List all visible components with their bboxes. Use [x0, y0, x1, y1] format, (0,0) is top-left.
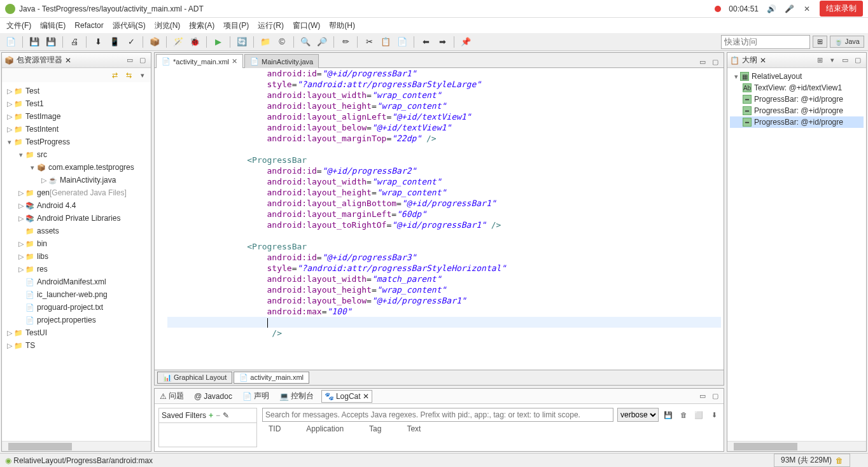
scroll-lock-icon[interactable]: ⬜ [693, 409, 704, 421]
code-line[interactable]: android:layout_height="wrap_content" [167, 101, 721, 111]
tree-node[interactable]: 📄proguard-project.txt [2, 301, 151, 314]
remove-filter-icon[interactable]: − [216, 411, 220, 420]
maximize-icon[interactable]: ▢ [710, 56, 721, 67]
tree-node[interactable]: ▷📁TestImage [2, 110, 151, 123]
view-menu-icon[interactable]: ⊞ [814, 55, 825, 66]
save-button[interactable]: 💾 [27, 35, 41, 49]
column-header[interactable]: Tag [369, 424, 381, 433]
menu-icon[interactable]: ▾ [137, 69, 148, 81]
run-button[interactable]: ▶ [211, 35, 225, 49]
code-line[interactable]: style="?android:attr/progressBarStyleHor… [167, 263, 721, 274]
menu-item[interactable]: 项目(P) [220, 18, 253, 33]
gc-button[interactable]: 🗑 [836, 456, 843, 465]
code-line[interactable]: android:layout_alignLeft="@+id/textView1… [167, 111, 721, 122]
code-line[interactable]: android:layout_width="wrap_content" [167, 90, 721, 101]
graphical-layout-tab[interactable]: 📊 Graphical Layout [157, 372, 232, 384]
toggle-mark-button[interactable]: ✏ [339, 35, 353, 49]
mic-icon[interactable]: 🎤 [784, 4, 794, 14]
code-line[interactable] [167, 144, 721, 155]
stop-recording-button[interactable]: 结束录制 [820, 1, 863, 17]
tree-node[interactable]: ▾📁src [2, 148, 151, 161]
code-line[interactable]: android:layout_below="@+id/textView1" [167, 122, 721, 133]
code-line[interactable]: android:layout_below="@+id/progressBar1" [167, 295, 721, 306]
link-icon[interactable]: ⇆ [123, 69, 134, 81]
editor-tab[interactable]: 📄MainActivity.java [244, 54, 319, 68]
code-line[interactable] [167, 317, 721, 328]
code-line[interactable]: android:layout_height="wrap_content" [167, 284, 721, 295]
close-tab-icon[interactable]: ✕ [232, 57, 237, 66]
log-level-select[interactable]: verbose [617, 408, 659, 422]
tree-node[interactable]: ▷📁libs [2, 250, 151, 263]
new-package-button[interactable]: 📁 [258, 35, 272, 49]
code-line[interactable]: android:id="@+id/progressBar3" [167, 252, 721, 263]
new-class-button[interactable]: © [275, 35, 289, 49]
code-line[interactable] [167, 230, 721, 241]
horizontal-scrollbar[interactable] [727, 441, 866, 451]
edit-filter-icon[interactable]: ✎ [223, 411, 229, 420]
save-log-icon[interactable]: 💾 [662, 409, 674, 421]
quick-access-input[interactable] [721, 35, 810, 49]
paste-button[interactable]: 📄 [395, 35, 409, 49]
tree-node[interactable]: ▷📁TestUI [2, 326, 151, 339]
outline-item[interactable]: ━ProgressBar: @+id/progre [730, 105, 864, 116]
minimize-icon[interactable]: ▭ [697, 56, 708, 67]
menu-icon[interactable]: ▾ [827, 55, 838, 66]
view-tab[interactable]: 💻控制台 [277, 389, 316, 403]
tree-node[interactable]: ▷📁Test [2, 85, 151, 97]
code-line[interactable]: android:layout_width="wrap_content" [167, 176, 721, 187]
view-tab[interactable]: ⚠问题 [157, 389, 186, 403]
explorer-tree[interactable]: ▷📁Test▷📁Test1▷📁TestImage▷📁TestIntent▾📁Te… [2, 82, 151, 441]
menu-item[interactable]: 帮助(H) [325, 18, 359, 33]
menu-item[interactable]: 运行(R) [254, 18, 288, 33]
tree-node[interactable]: ▷📁TestIntent [2, 123, 151, 136]
code-line[interactable]: android:layout_toRightOf="@+id/progressB… [167, 220, 721, 230]
saved-filters-list[interactable] [159, 422, 256, 440]
forward-button[interactable]: ➡ [435, 35, 449, 49]
speaker-icon[interactable]: 🔊 [766, 4, 776, 14]
maximize-icon[interactable]: ▢ [852, 55, 864, 66]
minimize-icon[interactable]: ▭ [697, 391, 708, 402]
copy-button[interactable]: 📋 [379, 35, 393, 49]
export-icon[interactable]: ⬇ [708, 409, 720, 421]
code-editor[interactable]: android:id="@+id/progressBar1" style="?a… [155, 68, 724, 370]
minimize-icon[interactable]: ▭ [839, 55, 851, 66]
back-button[interactable]: ⬅ [419, 35, 433, 49]
tree-node[interactable]: ▷📁bin [2, 237, 151, 250]
code-line[interactable]: android:id="@+id/progressBar1" [167, 68, 721, 79]
tree-node[interactable]: ▷📚Android 4.4 [2, 199, 151, 212]
cut-button[interactable]: ✂ [362, 35, 376, 49]
tree-node[interactable]: ▷📚Android Private Libraries [2, 212, 151, 225]
editor-tab[interactable]: 📄*activity_main.xml✕ [156, 54, 243, 68]
run-last-button[interactable]: 🔄 [235, 35, 249, 49]
tree-node[interactable]: ▾📦com.example.testprogres [2, 161, 151, 174]
wand-button[interactable]: 🪄 [171, 35, 185, 49]
avd-manager-button[interactable]: 📱 [108, 35, 122, 49]
lint-button[interactable]: ✓ [124, 35, 138, 49]
print-button[interactable]: 🖨 [67, 35, 81, 49]
column-header[interactable]: TID [269, 424, 281, 433]
code-line[interactable]: android:layout_marginTop="22dp" /> [167, 133, 721, 144]
pin-button[interactable]: 📌 [459, 35, 473, 49]
menu-item[interactable]: 浏览(N) [151, 18, 185, 33]
outline-item[interactable]: ━ProgressBar: @+id/progre [730, 116, 864, 128]
menu-item[interactable]: 编辑(E) [36, 18, 69, 33]
view-tab[interactable]: @Javadoc [192, 391, 235, 402]
code-line[interactable]: android:layout_alignBottom="@+id/progres… [167, 198, 721, 209]
save-all-button[interactable]: 💾 [44, 35, 58, 49]
tree-node[interactable]: 📄AndroidManifest.xml [2, 275, 151, 288]
menu-item[interactable]: 文件(F) [3, 18, 35, 33]
code-line[interactable]: android:layout_width="match_parent" [167, 274, 721, 284]
tree-node[interactable]: ▾📁TestProgress [2, 136, 151, 148]
close-x-icon[interactable]: ✕ [802, 4, 812, 14]
code-line[interactable]: android:max="100" [167, 306, 721, 317]
outline-tree[interactable]: ▾▦RelativeLayoutAbTextView: @+id/textVie… [727, 68, 866, 441]
xml-source-tab[interactable]: 📄 activity_main.xml [234, 372, 309, 384]
outline-item[interactable]: ▾▦RelativeLayout [730, 71, 864, 82]
new-project-button[interactable]: 📦 [148, 35, 162, 49]
tree-node[interactable]: ▷📁res [2, 263, 151, 275]
tree-node[interactable]: 📁assets [2, 225, 151, 237]
code-line[interactable]: android:id="@+id/progressBar2" [167, 165, 721, 176]
maximize-icon[interactable]: ▢ [710, 391, 721, 402]
tree-node[interactable]: ▷📁Test1 [2, 97, 151, 110]
maximize-icon[interactable]: ▢ [137, 55, 148, 66]
